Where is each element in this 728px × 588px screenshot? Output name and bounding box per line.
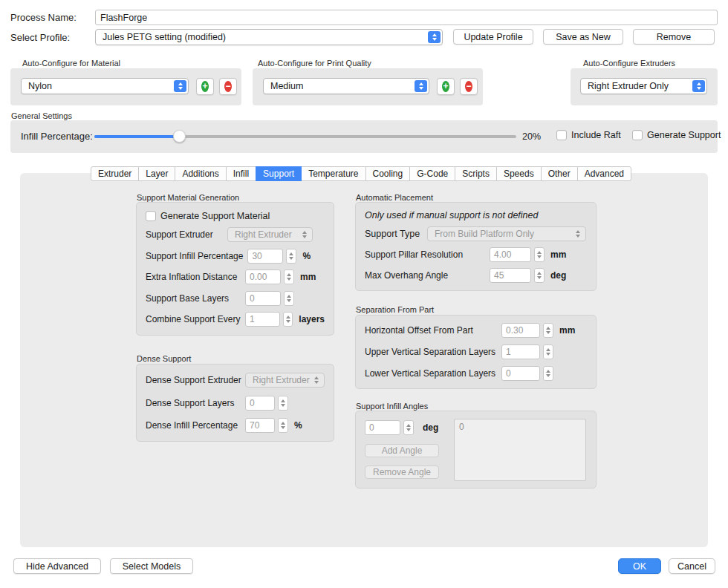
tab-temperature[interactable]: Temperature	[301, 166, 365, 181]
quality-add-button[interactable]: +	[437, 78, 455, 95]
automatic-placement-note: Only used if manual support is not defin…	[365, 210, 587, 220]
up-down-stepper-icon[interactable]	[534, 268, 545, 283]
tab-scripts[interactable]: Scripts	[455, 166, 497, 181]
up-down-stepper-icon[interactable]	[284, 270, 294, 284]
tab-other[interactable]: Other	[541, 166, 578, 181]
dense-infill-percentage-field[interactable]: 70	[245, 418, 275, 433]
up-down-chevrons-icon	[571, 229, 584, 239]
tab-layer[interactable]: Layer	[138, 166, 175, 181]
combine-support-every-field[interactable]: 1	[245, 312, 280, 327]
general-settings-title: General Settings	[11, 111, 72, 120]
material-add-button[interactable]: +	[196, 78, 214, 95]
horizontal-offset-label: Horizontal Offset From Part	[365, 325, 501, 336]
up-down-stepper-icon[interactable]	[543, 344, 553, 359]
minus-circle-icon: −	[224, 81, 232, 92]
process-name-input[interactable]	[95, 10, 718, 25]
include-raft-checkbox[interactable]	[556, 130, 567, 140]
extra-inflation-distance-field[interactable]: 0.00	[245, 270, 281, 284]
extruders-select-value: Right Extruder Only	[588, 81, 669, 91]
lower-vertical-separation-field[interactable]: 0	[501, 366, 540, 381]
up-down-stepper-icon[interactable]	[278, 396, 288, 411]
up-down-chevrons-icon[interactable]	[428, 31, 441, 43]
ok-button[interactable]: OK	[618, 558, 661, 574]
tab-additions[interactable]: Additions	[175, 166, 226, 181]
max-overhang-angle-field[interactable]: 45	[490, 268, 531, 283]
dense-support-layers-field[interactable]: 0	[245, 396, 275, 411]
dense-infill-percentage-label: Dense Infill Percentage	[146, 420, 245, 431]
extruders-select[interactable]: Right Extruder Only	[580, 78, 707, 94]
up-down-chevrons-icon[interactable]	[415, 80, 427, 92]
infill-slider[interactable]	[94, 135, 516, 138]
up-down-stepper-icon[interactable]	[534, 247, 545, 262]
up-down-stepper-icon[interactable]	[283, 312, 293, 327]
dense-support-title: Dense Support	[137, 354, 191, 363]
remove-angle-button[interactable]: Remove Angle	[365, 466, 439, 479]
angle-list[interactable]: 0	[454, 419, 586, 481]
add-angle-button[interactable]: Add Angle	[365, 444, 439, 457]
support-base-layers-field[interactable]: 0	[245, 291, 281, 306]
infill-angle-input[interactable]: 0	[365, 420, 400, 435]
support-base-layers-label: Support Base Layers	[146, 293, 245, 304]
infill-slider-thumb[interactable]	[173, 130, 186, 143]
support-material-generation-box: Generate Support Material Support Extrud…	[136, 202, 334, 336]
up-down-chevrons-icon[interactable]	[692, 80, 705, 92]
quality-select[interactable]: Medium	[263, 78, 429, 94]
tab-advanced[interactable]: Advanced	[577, 166, 631, 181]
up-down-stepper-icon[interactable]	[286, 249, 296, 264]
hide-advanced-button[interactable]: Hide Advanced	[13, 558, 101, 574]
tab-infill[interactable]: Infill	[226, 166, 256, 181]
dense-support-layers-label: Dense Support Layers	[146, 398, 245, 408]
generate-support-label: Generate Support	[647, 130, 721, 140]
profile-select-value: Jules PETG setting (modified)	[103, 32, 226, 42]
support-infill-percentage-field[interactable]: 30	[247, 249, 283, 264]
up-down-stepper-icon[interactable]	[403, 420, 414, 435]
cancel-button[interactable]: Cancel	[669, 558, 715, 574]
update-profile-button[interactable]: Update Profile	[453, 29, 533, 45]
auto-configure-extruders-box: Right Extruder Only	[571, 68, 718, 105]
up-down-stepper-icon[interactable]	[543, 366, 553, 381]
support-infill-angles-box: 0 deg Add Angle Remove Angle 0	[355, 411, 597, 489]
up-down-chevrons-icon[interactable]	[174, 80, 186, 92]
support-pillar-resolution-field[interactable]: 4.00	[490, 247, 531, 262]
generate-support-material-checkbox[interactable]	[146, 211, 156, 221]
tab-speeds[interactable]: Speeds	[496, 166, 542, 181]
angle-list-item[interactable]: 0	[459, 422, 581, 432]
support-extruder-select[interactable]: Right Extruder	[227, 227, 313, 242]
horizontal-offset-field[interactable]: 0.30	[501, 323, 540, 338]
select-profile-label: Select Profile:	[10, 32, 70, 43]
remove-button[interactable]: Remove	[633, 29, 715, 45]
field-unit: mm	[300, 272, 316, 282]
dense-support-box: Dense Support Extruder Right Extruder De…	[136, 364, 334, 442]
max-overhang-angle-label: Max Overhang Angle	[365, 270, 490, 281]
tab-support[interactable]: Support	[256, 166, 302, 181]
process-name-label: Process Name:	[10, 12, 77, 23]
auto-configure-extruders-title: Auto-Configure Extruders	[583, 59, 675, 68]
support-type-label: Support Type	[365, 229, 427, 239]
tab-extruder[interactable]: Extruder	[91, 166, 139, 181]
up-down-stepper-icon[interactable]	[278, 418, 288, 433]
infill-value: 20%	[522, 131, 541, 142]
profile-select[interactable]: Jules PETG setting (modified)	[95, 29, 443, 45]
up-down-stepper-icon[interactable]	[543, 323, 553, 338]
material-select-value: Nylon	[28, 81, 52, 91]
dense-support-extruder-select[interactable]: Right Extruder	[245, 373, 325, 388]
tab-gcode[interactable]: G-Code	[409, 166, 455, 181]
separation-from-part-title: Separation From Part	[356, 305, 434, 314]
field-unit: %	[294, 420, 302, 431]
support-type-select[interactable]: From Build Platform Only	[427, 226, 586, 241]
tab-cooling[interactable]: Cooling	[365, 166, 411, 181]
dense-support-extruder-label: Dense Support Extruder	[146, 375, 245, 385]
support-infill-angles-title: Support Infill Angles	[356, 402, 428, 411]
save-as-new-button[interactable]: Save as New	[543, 29, 623, 45]
upper-vertical-separation-field[interactable]: 1	[501, 344, 540, 359]
up-down-stepper-icon[interactable]	[284, 291, 294, 306]
upper-vertical-separation-label: Upper Vertical Separation Layers	[365, 347, 501, 357]
quality-select-value: Medium	[270, 81, 303, 91]
tab-bar: Extruder Layer Additions Infill Support …	[91, 166, 631, 181]
material-remove-button[interactable]: −	[219, 78, 237, 95]
material-select[interactable]: Nylon	[21, 78, 189, 94]
generate-support-checkbox[interactable]	[632, 130, 643, 140]
support-infill-percentage-label: Support Infill Percentage	[146, 251, 247, 261]
quality-remove-button[interactable]: −	[460, 78, 478, 95]
select-models-button[interactable]: Select Models	[110, 558, 193, 574]
